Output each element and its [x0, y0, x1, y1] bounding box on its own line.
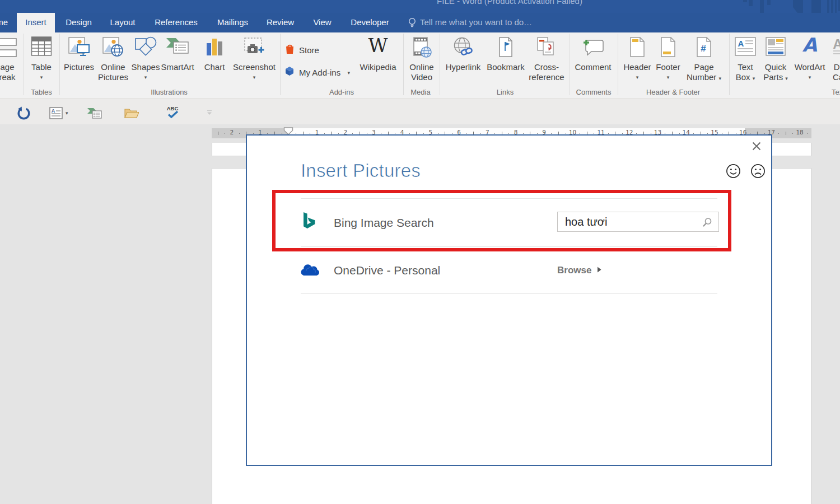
tab-design[interactable]: Design	[63, 13, 94, 31]
hyperlink-button[interactable]: Hyperlink	[441, 31, 486, 97]
ruler-number: 18	[796, 129, 803, 136]
dropdown-caret: ▾	[787, 74, 832, 80]
smartart-small-icon[interactable]	[87, 106, 102, 123]
tab-developer[interactable]: Developer	[348, 13, 391, 31]
ruler-tick	[352, 133, 353, 134]
ruler-tick	[253, 133, 254, 134]
tab-insert[interactable]: Insert	[17, 13, 55, 32]
dropdown-caret-icon[interactable]: ▾	[66, 110, 68, 116]
tab-mailings[interactable]: Mailings	[215, 13, 250, 31]
dialog-title: Insert Pictures	[301, 160, 421, 181]
ruler-tick	[338, 133, 339, 134]
titlebar-decoration	[760, 0, 764, 13]
hyperlink-icon	[451, 36, 475, 61]
tab-home[interactable]: Home	[0, 13, 8, 31]
table-icon	[31, 36, 52, 58]
group-separator	[570, 34, 570, 95]
store-button[interactable]: Store	[284, 43, 319, 56]
svg-text:ABC: ABC	[167, 105, 179, 111]
redo-circle-icon[interactable]	[17, 106, 31, 123]
dropdown-caret: ▾	[719, 76, 722, 81]
qat-overflow-icon[interactable]	[207, 108, 212, 118]
quick-parts-icon	[765, 36, 786, 59]
close-button[interactable]	[749, 139, 764, 153]
titlebar-decoration	[743, 0, 747, 2]
insert-pictures-dialog: Insert Pictures Bing Image Search	[246, 134, 772, 466]
ruler-tick	[480, 133, 481, 134]
browse-link[interactable]: Browse	[557, 265, 601, 276]
chart-button[interactable]: Chart	[192, 31, 237, 97]
onedrive-personal-label[interactable]: OneDrive - Personal	[334, 264, 440, 277]
ribbon: Page Break Table ▾	[0, 31, 840, 99]
ruler-tick	[636, 133, 637, 134]
folder-icon[interactable]	[124, 107, 139, 121]
header-icon	[629, 36, 645, 60]
screenshot-button[interactable]: Screenshot ▾	[231, 31, 278, 97]
svg-text:A: A	[52, 108, 55, 114]
group-label-illustrations: Illustrations	[151, 88, 188, 96]
group-label-links: Links	[497, 88, 514, 96]
ruler-tick	[423, 133, 424, 134]
ruler-tick	[786, 132, 786, 135]
ruler-tick	[395, 133, 395, 134]
ruler-number: 2	[230, 129, 234, 136]
ruler-tick	[792, 133, 793, 134]
text-box-icon: A	[734, 36, 757, 59]
ruler-tick	[807, 133, 808, 134]
ruler-tick	[225, 133, 225, 134]
ribbon-tab-bar: Home Insert Design Layout References Mai…	[0, 13, 840, 31]
store-icon	[284, 43, 295, 58]
tab-references[interactable]: References	[153, 13, 199, 31]
ruler-tick	[508, 133, 509, 134]
text-style-box-icon[interactable]: A	[49, 107, 63, 122]
tab-review[interactable]: Review	[265, 13, 296, 31]
online-video-icon	[410, 36, 433, 61]
page-break-icon	[0, 36, 17, 62]
smiley-happy-icon[interactable]	[726, 164, 741, 179]
ruler-tick	[466, 133, 466, 134]
ruler-tick	[665, 133, 665, 134]
ruler-tick	[651, 133, 651, 134]
ruler-tick	[523, 133, 524, 134]
cross-reference-icon	[535, 36, 558, 61]
wikipedia-button[interactable]: W Wikipedia	[356, 31, 400, 97]
group-label-media: Media	[410, 88, 430, 96]
titlebar-decoration	[831, 0, 833, 13]
ruler-tick	[324, 133, 325, 134]
group-separator	[618, 34, 618, 95]
online-pictures-icon	[102, 36, 124, 60]
spelling-check-icon[interactable]: ABC	[165, 105, 180, 122]
ruler-tick	[679, 133, 680, 134]
wordart-button[interactable]: A WordArt ▾	[787, 31, 832, 97]
ruler-tick	[750, 133, 750, 134]
red-highlight-annotation	[272, 190, 731, 251]
cross-reference-button[interactable]: Cross- reference	[524, 31, 569, 97]
titlebar-decoration	[767, 0, 771, 5]
browse-caret-icon	[597, 264, 601, 276]
tab-view[interactable]: View	[311, 13, 333, 31]
footer-icon	[660, 36, 676, 60]
ruler-tick	[566, 133, 566, 134]
tell-me-box[interactable]: Tell me what you want to do…	[420, 13, 532, 31]
smiley-sad-icon[interactable]	[750, 164, 766, 179]
svg-text:A: A	[738, 39, 744, 48]
ruler-tick	[778, 133, 779, 134]
group-label-header-footer: Header & Footer	[646, 88, 700, 96]
ruler-tick	[580, 133, 580, 134]
drop-cap-icon: A	[832, 36, 840, 59]
text-box-button[interactable]: A Text Box ▾	[729, 31, 762, 97]
dropdown-caret: ▾	[231, 74, 278, 80]
quick-access-toolbar: A ▾ ABC	[0, 99, 840, 124]
onedrive-cloud-icon	[300, 263, 320, 278]
ruler-tick	[267, 133, 268, 134]
tab-layout[interactable]: Layout	[109, 13, 137, 31]
titlebar-decoration	[835, 0, 837, 13]
shapes-icon	[134, 36, 157, 60]
ruler-tick	[622, 133, 623, 134]
ruler-tick	[707, 133, 708, 134]
group-label-comments: Comments	[576, 88, 612, 96]
svg-text:#: #	[701, 43, 706, 54]
title-bar: FILE - Word (Product Activation Failed)	[0, 0, 840, 13]
titlebar-decoration	[793, 0, 803, 13]
my-addins-button[interactable]: My Add-ins ▾	[284, 65, 350, 78]
